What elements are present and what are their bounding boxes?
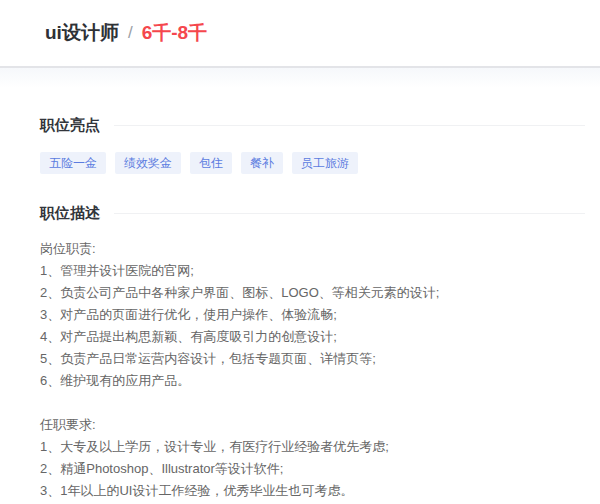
benefit-tag: 绩效奖金: [115, 152, 181, 174]
highlights-heading-row: 职位亮点: [40, 116, 585, 135]
job-title-row: ui设计师 / 6千-8千: [45, 20, 207, 46]
job-salary: 6千-8千: [142, 20, 207, 46]
description-line: [40, 396, 585, 410]
job-detail-content: 职位亮点 五险一金 绩效奖金 包住 餐补 员工旅游 职位描述 岗位职责: 1、管…: [0, 116, 600, 498]
benefit-tag: 餐补: [241, 152, 283, 174]
benefit-tag: 五险一金: [40, 152, 106, 174]
description-line: 2、负责公司产品中各种家户界面、图标、LOGO、等相关元素的设计;: [40, 286, 585, 300]
benefit-tag: 包住: [190, 152, 232, 174]
header-shadow: [0, 68, 600, 88]
description-heading: 职位描述: [40, 204, 100, 223]
description-line: 1、管理并设计医院的官网;: [40, 264, 585, 278]
section-highlights: 职位亮点 五险一金 绩效奖金 包住 餐补 员工旅游: [40, 116, 585, 174]
description-line: 3、对产品的页面进行优化，使用户操作、体验流畅;: [40, 308, 585, 322]
description-text: 岗位职责: 1、管理并设计医院的官网; 2、负责公司产品中各种家户界面、图标、L…: [40, 242, 585, 498]
description-line: 5、负责产品日常运营内容设计，包括专题页面、详情页等;: [40, 352, 585, 366]
description-line: 4、对产品提出构思新颖、有高度吸引力的创意设计;: [40, 330, 585, 344]
highlights-heading: 职位亮点: [40, 116, 100, 135]
benefit-tag: 员工旅游: [292, 152, 358, 174]
job-title: ui设计师: [45, 20, 119, 46]
benefit-tags: 五险一金 绩效奖金 包住 餐补 员工旅游: [40, 152, 585, 174]
description-line: 任职要求:: [40, 418, 585, 432]
description-heading-row: 职位描述: [40, 204, 585, 223]
heading-divider: [114, 125, 585, 126]
description-line: 3、1年以上的UI设计工作经验，优秀毕业生也可考虑。: [40, 484, 585, 498]
job-header: ui设计师 / 6千-8千: [0, 0, 600, 68]
job-detail-page: ui设计师 / 6千-8千 职位亮点 五险一金 绩效奖金 包住 餐补 员工旅游 …: [0, 0, 600, 504]
description-line: 岗位职责:: [40, 242, 585, 256]
section-description: 职位描述 岗位职责: 1、管理并设计医院的官网; 2、负责公司产品中各种家户界面…: [40, 204, 585, 498]
description-line: 6、维护现有的应用产品。: [40, 374, 585, 388]
description-line: 1、大专及以上学历，设计专业，有医疗行业经验者优先考虑;: [40, 440, 585, 454]
description-line: 2、精通Photoshop、Illustrator等设计软件;: [40, 462, 585, 476]
heading-divider: [114, 213, 585, 214]
title-separator: /: [128, 23, 133, 43]
